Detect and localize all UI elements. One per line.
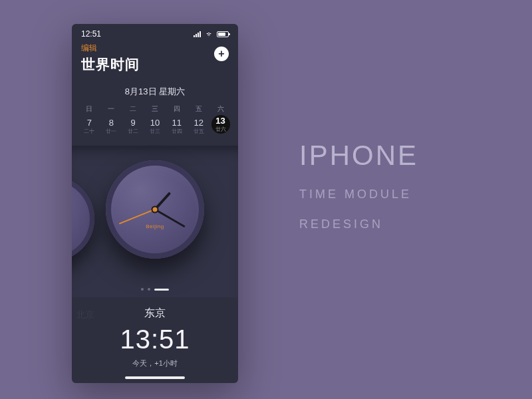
weekday-head: 二 (122, 104, 144, 114)
page-dot-active (154, 289, 169, 291)
battery-icon (217, 31, 229, 37)
page-dot (141, 288, 144, 291)
page-dot (148, 288, 150, 291)
status-indicators (194, 31, 229, 37)
day-cell[interactable]: 12廿五 (188, 116, 209, 136)
clock-carousel[interactable]: Beijing (72, 146, 238, 297)
city-time: 13:51 (72, 325, 238, 354)
weekday-head: 三 (144, 104, 166, 114)
day-cell-today[interactable]: 13廿六 (211, 115, 230, 134)
page-title: 世界时间 (81, 55, 229, 74)
day-cell[interactable]: 8廿一 (100, 116, 122, 136)
plus-icon: + (218, 49, 224, 59)
header: 编辑 世界时间 + (72, 41, 238, 80)
date-label: 8月13日 星期六 (72, 80, 238, 104)
edit-button[interactable]: 编辑 (81, 43, 229, 54)
day-cell[interactable]: 7二十 (78, 116, 100, 136)
weekday-head: 日 (78, 104, 100, 114)
add-button[interactable]: + (214, 47, 229, 61)
weekday-head: 五 (188, 104, 209, 114)
statusbar-time: 12:51 (81, 29, 101, 39)
caption-line2: TIME MODULE (299, 188, 418, 201)
city-name: 东京 (72, 307, 238, 321)
clock-pin (153, 207, 158, 212)
status-bar: 12:51 (72, 24, 238, 41)
day-cell[interactable]: 10廿三 (144, 116, 166, 136)
week-strip[interactable]: 日 一 二 三 四 五 六 7二十 8廿一 9廿二 10廿三 11廿四 12廿五… (72, 104, 238, 146)
clock-brand: Beijing (146, 223, 164, 229)
weekday-head: 一 (100, 104, 122, 114)
day-cell[interactable]: 9廿二 (122, 116, 144, 136)
signal-icon (194, 31, 201, 37)
clock-main[interactable]: Beijing (106, 160, 204, 259)
second-hand (119, 209, 155, 224)
city-info: 北京 东京 13:51 今天，+1小时 (72, 297, 238, 374)
home-indicator[interactable] (125, 376, 185, 379)
weekday-head: 四 (166, 104, 188, 114)
page-indicator[interactable] (141, 288, 169, 291)
weekday-head: 六 (209, 104, 231, 114)
phone-mockup: 12:51 编辑 世界时间 + 8月13日 星期六 日 一 二 三 四 五 六 … (72, 24, 238, 383)
caption-block: IPHONE TIME MODULE REDESIGN (299, 140, 418, 231)
caption-line3: REDESIGN (299, 217, 418, 231)
clock-side[interactable] (72, 176, 94, 261)
day-cell[interactable]: 11廿四 (166, 116, 188, 136)
caption-line1: IPHONE (299, 140, 418, 172)
wifi-icon (205, 31, 213, 37)
city-offset: 今天，+1小时 (72, 358, 238, 368)
city-side-label: 北京 (76, 309, 94, 321)
